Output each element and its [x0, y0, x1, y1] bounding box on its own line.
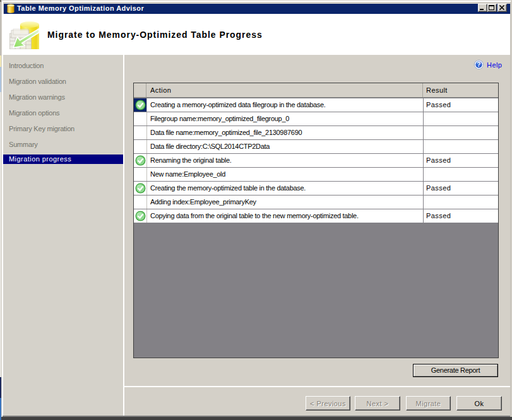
svg-text:?: ? [477, 61, 481, 68]
